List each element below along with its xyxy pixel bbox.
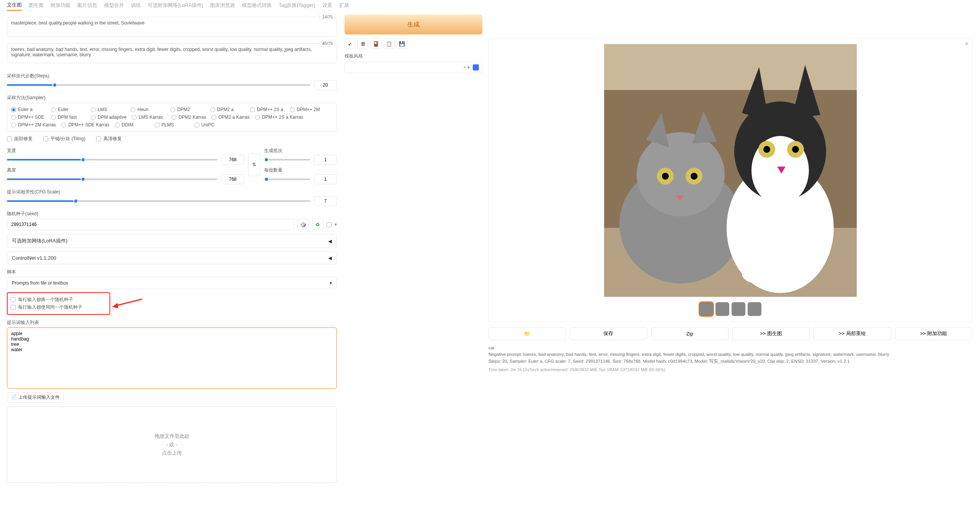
tab-browser[interactable]: 图库浏览器 [210,0,235,10]
seed-input[interactable] [7,219,294,230]
tab-settings[interactable]: 设置 [322,0,332,10]
sampler-euler-a[interactable]: Euler a [11,107,46,112]
arrow-icon[interactable]: ↙ [345,38,355,49]
steps-value[interactable] [314,80,337,90]
cfg-slider[interactable] [7,198,310,205]
hires-check[interactable]: 高清修复 [96,136,122,142]
script-label: 脚本 [7,269,337,275]
thumb-3[interactable] [732,302,745,316]
sampler-lms-karras[interactable]: LMS Karras [132,115,166,120]
iterate-seed-check[interactable]: 每行输入都换一个随机种子 [11,296,106,303]
tab-img2img[interactable]: 图生图 [29,0,44,10]
extra-seed-check[interactable] [327,222,332,227]
svg-point-6 [637,132,725,216]
svg-point-25 [784,264,815,283]
sampler-dpm-adaptive[interactable]: DPM adaptive [91,115,126,120]
sampler-dpm2-karras[interactable]: DPM2 Karras [172,115,206,120]
svg-line-0 [114,299,142,306]
save-button[interactable]: 保存 [570,327,647,340]
seed-label: 随机种子(seed) [7,211,337,217]
close-icon[interactable]: ✕ [965,41,969,47]
svg-point-22 [792,146,799,153]
batch-count-value[interactable] [314,155,337,165]
steps-slider[interactable] [7,82,310,88]
sampler-heun[interactable]: Heun [131,107,165,112]
same-seed-check[interactable]: 每行输入都使用同一个随机种子 [11,304,106,311]
lora-accordion[interactable]: 可选附加网络(LoRA插件)◀ [7,234,337,248]
sampler-euler[interactable]: Euler [51,107,85,112]
sampler-dpm2-a[interactable]: DPM2 a [210,107,245,112]
refresh-styles-icon[interactable] [473,64,479,70]
width-value[interactable] [221,155,244,165]
tab-pnginfo[interactable]: 图片信息 [77,0,97,10]
tab-extras[interactable]: 附加功能 [51,0,70,10]
tab-tagger[interactable]: Tag反推(Tagger) [279,0,315,10]
neg-token-count: 45/75 [319,40,335,46]
sampler-dpm2-a-karras[interactable]: DPM2 a Karras [211,115,250,120]
tab-txt2img[interactable]: 文生图 [7,0,22,11]
style-label: 模板风格 [345,53,482,59]
negative-prompt-input[interactable] [7,43,337,63]
svg-point-24 [742,264,773,283]
send-img2img-button[interactable]: >> 图生图 [732,327,810,340]
tab-extensions[interactable]: 扩展 [339,0,349,10]
sampler-dpm-fast[interactable]: DPM fast [51,115,85,120]
open-folder-button[interactable]: 📁 [488,327,566,340]
prompt-list-label: 提示词输入列表 [7,319,337,326]
thumb-2[interactable] [715,302,729,316]
generate-button[interactable]: 生成 [345,15,482,34]
thumb-1[interactable] [699,302,713,316]
svg-point-10 [662,173,669,180]
clipboard-icon[interactable]: 📋 [384,38,394,49]
send-inpaint-button[interactable]: >> 局部重绘 [813,327,891,340]
svg-rect-2 [604,44,857,90]
sampler-options: Euler aEulerLMSHeunDPM2DPM2 aDPM++ 2S aD… [7,103,337,132]
cfg-label: 提示词相关性(CFG Scale) [7,189,337,195]
palette-icon[interactable]: 🎴 [371,38,381,49]
thumb-4[interactable] [748,302,761,316]
sampler-lms[interactable]: LMS [91,107,125,112]
style-select[interactable]: × ▾ [345,62,482,73]
height-slider[interactable] [7,176,217,183]
controlnet-accordion[interactable]: ControlNet v1.1.200◀ [7,252,337,264]
batch-size-label: 每批数量 [264,167,337,173]
upload-prompts-button[interactable]: 📄上传提示词输入文件 [7,392,64,403]
sampler-dpm---sde-karras[interactable]: DPM++ SDE Karras [61,122,109,128]
tab-convert[interactable]: 模型格式转换 [242,0,272,10]
sampler-unipc[interactable]: UniPC [194,122,229,128]
sampler-dpm---2m-karras[interactable]: DPM++ 2M Karras [11,122,56,128]
batch-size-slider[interactable] [264,176,310,183]
save-style-icon[interactable]: 💾 [397,38,407,49]
tab-train[interactable]: 训练 [131,0,141,10]
sampler-ddim[interactable]: DDIM [115,122,149,128]
send-extras-button[interactable]: >> 附加功能 [895,327,972,340]
batch-count-slider[interactable] [264,156,310,163]
tab-merge[interactable]: 模型合并 [104,0,124,10]
prompt-input[interactable] [7,17,337,37]
sampler-dpm---2s-a[interactable]: DPM++ 2S a [250,107,284,112]
zip-button[interactable]: Zip [651,327,728,340]
face-restore-check[interactable]: 面部修复 [7,136,33,142]
sampler-plms[interactable]: PLMS [155,122,189,128]
extra-seed-caret[interactable]: ▾ [335,222,337,227]
annotation-arrow [111,297,144,308]
random-seed-button[interactable]: 🎲 [297,219,309,230]
batch-size-value[interactable] [314,174,337,184]
output-image[interactable] [604,44,857,297]
sampler-dpm---2s-a-karras[interactable]: DPM++ 2S a Karras [255,115,303,120]
height-value[interactable] [221,174,244,184]
file-drop-area[interactable]: 拖放文件至此处 - 或 - 点击上传 [7,406,337,483]
sampler-dpm---2m[interactable]: DPM++ 2M [290,107,324,112]
sampler-label: 采样方法(Sampler) [7,95,337,101]
width-slider[interactable] [7,156,217,163]
swap-dims-button[interactable]: ⇅ [248,153,260,176]
script-select[interactable]: Prompts from file or textbox▾ [7,277,337,289]
sampler-dpm2[interactable]: DPM2 [170,107,205,112]
sampler-dpm---sde[interactable]: DPM++ SDE [11,115,46,120]
prompt-list-input[interactable] [7,327,337,389]
tiling-check[interactable]: 平铺/分块 (Tiling) [43,136,85,142]
tab-lora[interactable]: 可选附加网络(LoRA插件) [148,0,203,10]
cfg-value[interactable] [314,196,337,206]
trash-icon[interactable]: 🗑 [358,38,368,49]
reuse-seed-button[interactable]: ♻ [312,219,323,230]
